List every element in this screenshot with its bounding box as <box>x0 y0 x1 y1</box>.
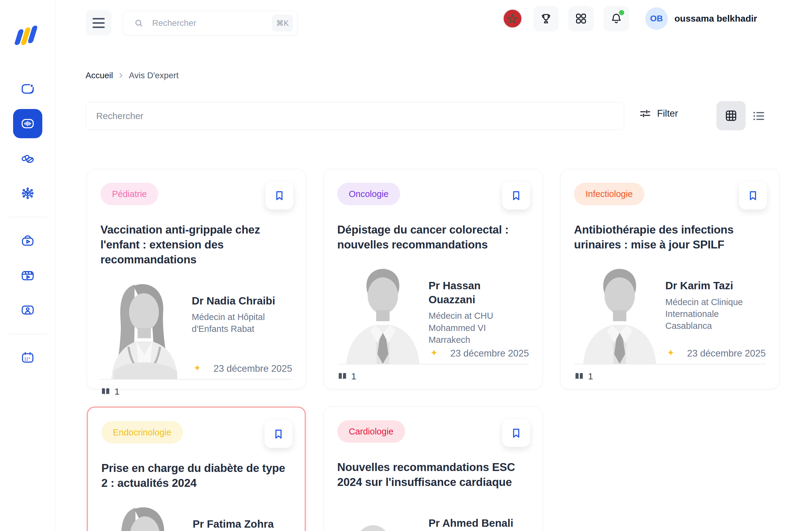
virus-icon <box>20 186 35 200</box>
doctor-name: Pr Fatima Zohra Alami <box>193 517 291 531</box>
read-count: 1 <box>114 386 120 397</box>
apps-grid-icon <box>574 12 588 25</box>
bookmark-button[interactable] <box>739 182 767 210</box>
apps-menu-button[interactable] <box>568 6 594 31</box>
trophy-icon <box>539 12 553 25</box>
doctor-info: Dr Nadia Chraibi Médecin at Hôpital d'En… <box>192 278 292 379</box>
sidebar <box>0 0 56 531</box>
sidebar-item-expert-opinions[interactable] <box>13 109 42 138</box>
user-name[interactable]: oussama belkhadir <box>675 13 757 24</box>
doctor-name: Dr Karim Tazi <box>665 278 766 292</box>
achievements-button[interactable] <box>533 6 559 31</box>
specialty-badge: Oncologie <box>337 183 400 205</box>
doctor-photo-female-silhouette <box>100 283 192 379</box>
doctor-photo <box>337 268 429 364</box>
card-body: Dr Nadia Chraibi Médecin at Hôpital d'En… <box>100 278 292 379</box>
doctor-name: Dr Nadia Chraibi <box>192 294 292 308</box>
doctor-info: Pr Hassan Ouazzani Médecin at CHU Mohamm… <box>429 263 529 364</box>
global-search-placeholder: Rechercher <box>152 18 196 28</box>
filter-button[interactable]: Filter <box>639 107 678 120</box>
bookmark-button[interactable] <box>502 419 530 447</box>
doctor-affiliation: Médecin at Hôpital d'Enfants Rabat <box>192 311 292 335</box>
page: { "header": { "search": { "placeholder":… <box>0 0 812 531</box>
card-title: Prise en charge du diabète de type 2 : a… <box>101 461 291 490</box>
search-icon <box>133 18 144 29</box>
card-footer: 1 <box>100 380 292 403</box>
specialty-badge: Pédiatrie <box>100 183 158 205</box>
keyboard-shortcut-badge: ⌘K <box>272 15 292 31</box>
expert-opinion-card[interactable]: Oncologie Dépistage du cancer colorectal… <box>323 169 543 389</box>
sidebar-item-calendar[interactable] <box>13 343 42 372</box>
doctor-info: Dr Karim Tazi Médecin at Clinique Intern… <box>665 263 766 364</box>
sidebar-item-infectious-diseases[interactable] <box>13 178 42 207</box>
doctor-name: Pr Hassan Ouazzani <box>429 278 529 306</box>
read-book-icon <box>574 371 584 382</box>
menu-toggle-button[interactable] <box>86 10 111 35</box>
bookmark-button[interactable] <box>265 182 293 210</box>
expert-opinion-card[interactable]: Pédiatrie Vaccination anti-grippale chez… <box>87 169 306 389</box>
specialty-badge: Cardiologie <box>337 420 405 443</box>
doctor-photo-female-silhouette <box>101 506 193 531</box>
sidebar-item-feed[interactable] <box>13 74 42 103</box>
card-body: Dr Karim Tazi Médecin at Clinique Intern… <box>574 263 766 364</box>
doctor-photo-male-silhouette <box>337 268 429 364</box>
sparkle-icon <box>192 363 203 374</box>
expert-opinion-card[interactable]: Endocrinologie Prise en charge du diabèt… <box>87 406 306 531</box>
language-flag-button[interactable] <box>503 9 522 28</box>
sidebar-item-medications[interactable] <box>13 144 42 173</box>
card-meta: 23 décembre 2025 <box>429 348 529 364</box>
clapper-video-icon <box>20 268 35 283</box>
cards-grid: Pédiatrie Vaccination anti-grippale chez… <box>87 169 780 531</box>
doctor-photo-male-silhouette <box>574 268 665 364</box>
card-title: Nouvelles recommandations ESC 2024 sur l… <box>337 460 529 490</box>
specialty-badge: Infectiologie <box>574 183 644 205</box>
sidebar-item-webinars[interactable] <box>13 261 42 290</box>
sidebar-divider <box>8 217 47 217</box>
doctor-affiliation: Médecin at Clinique Internationale Casab… <box>665 296 766 332</box>
sparkle-icon <box>665 348 676 359</box>
bookmark-button[interactable] <box>264 420 292 448</box>
expert-audio-icon <box>20 116 35 131</box>
doctor-photo <box>574 268 665 364</box>
doctor-photo-portrait <box>337 505 429 531</box>
card-meta: 23 décembre 2025 <box>192 363 292 379</box>
doctor-photo <box>337 505 429 531</box>
global-search[interactable]: Rechercher ⌘K <box>122 11 298 35</box>
grid-view-button[interactable] <box>716 101 746 130</box>
breadcrumb-home-link[interactable]: Accueil <box>86 71 113 81</box>
read-book-icon <box>100 386 111 397</box>
app-logo[interactable] <box>14 21 41 47</box>
doctor-name: Pr Ahmed Benali <box>429 516 529 530</box>
card-body: Pr Hassan Ouazzani Médecin at CHU Mohamm… <box>337 263 529 364</box>
card-title: Vaccination anti-grippale chez l'enfant … <box>100 222 292 267</box>
person-card-icon <box>20 303 35 317</box>
card-body: Pr Fatima Zohra Alami <box>101 502 291 531</box>
sidebar-nav <box>8 74 47 377</box>
filter-sliders-icon <box>639 107 652 120</box>
card-body: Pr Ahmed Benali Médecin Généraliste at <box>337 501 529 531</box>
publish-date: 23 décembre 2025 <box>450 348 529 359</box>
card-meta: 23 décembre 2025 <box>665 348 766 364</box>
chevron-right-icon <box>117 71 125 80</box>
breadcrumb-current: Avis D'expert <box>129 71 179 81</box>
expert-opinion-card[interactable]: Cardiologie Nouvelles recommandations ES… <box>323 406 543 531</box>
sidebar-item-profiles[interactable] <box>13 295 42 325</box>
sparkle-icon <box>429 348 439 359</box>
doctor-info: Pr Fatima Zohra Alami <box>193 502 291 531</box>
content-search-input[interactable] <box>86 102 624 130</box>
bookmark-icon <box>273 189 286 202</box>
expert-opinion-card[interactable]: Infectiologie Antibiothérapie des infect… <box>560 169 780 389</box>
bookmark-button[interactable] <box>502 182 530 210</box>
notifications-button[interactable] <box>604 6 629 31</box>
sidebar-item-video-library[interactable] <box>13 226 42 255</box>
read-book-icon <box>337 371 348 382</box>
notification-dot <box>619 10 624 15</box>
list-view-button[interactable] <box>749 106 768 126</box>
bookmark-icon <box>746 189 759 202</box>
doctor-affiliation: Médecin at CHU Mohammed VI Marrakech <box>429 310 529 346</box>
medications-icon <box>20 151 35 166</box>
read-count: 1 <box>351 371 357 382</box>
feed-icon <box>20 82 35 96</box>
user-avatar[interactable]: OB <box>645 7 668 30</box>
doctor-photo <box>100 283 192 379</box>
